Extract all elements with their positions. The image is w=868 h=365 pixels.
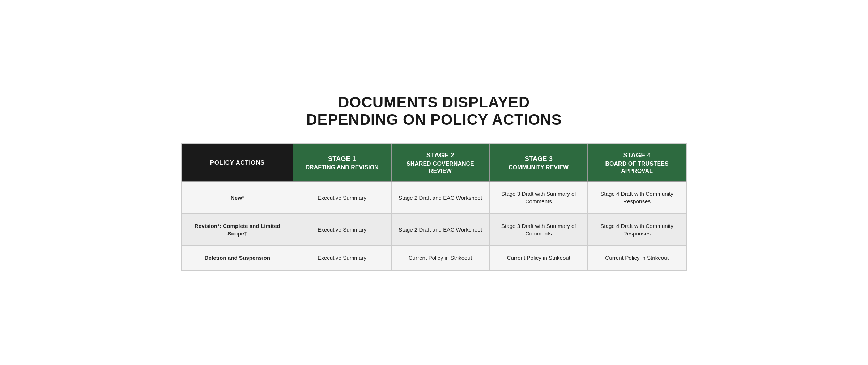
- row2-stage1-doc: Executive Summary: [293, 246, 391, 270]
- row0-stage4-doc: Stage 4 Draft with Community Responses: [588, 182, 686, 214]
- policy-action-new: New*: [182, 182, 293, 214]
- row1-stage3-doc: Stage 3 Draft with Summary of Comments: [489, 214, 588, 246]
- header-stage2: STAGE 2 SHARED GOVERNANCE REVIEW: [391, 144, 490, 182]
- row2-stage4-doc: Current Policy in Strikeout: [588, 246, 686, 270]
- header-stage1: STAGE 1 DRAFTING AND REVISION: [293, 144, 391, 182]
- row1-stage4-doc: Stage 4 Draft with Community Responses: [588, 214, 686, 246]
- header-stage4: STAGE 4 BOARD OF TRUSTEES APPROVAL: [588, 144, 686, 182]
- row2-stage3-doc: Current Policy in Strikeout: [489, 246, 588, 270]
- page-title: DOCUMENTS DISPLAYED DEPENDING ON POLICY …: [181, 94, 687, 128]
- row1-stage1-doc: Executive Summary: [293, 214, 391, 246]
- policy-action-deletion: Deletion and Suspension: [182, 246, 293, 270]
- row0-stage2-doc: Stage 2 Draft and EAC Worksheet: [391, 182, 490, 214]
- page-wrapper: DOCUMENTS DISPLAYED DEPENDING ON POLICY …: [181, 94, 687, 271]
- header-policy-actions: POLICY ACTIONS: [182, 144, 293, 182]
- row0-stage1-doc: Executive Summary: [293, 182, 391, 214]
- table-row: Revision*: Complete and Limited Scope† E…: [182, 214, 686, 246]
- row2-stage2-doc: Current Policy in Strikeout: [391, 246, 490, 270]
- documents-table: POLICY ACTIONS STAGE 1 DRAFTING AND REVI…: [182, 144, 686, 270]
- row1-stage2-doc: Stage 2 Draft and EAC Worksheet: [391, 214, 490, 246]
- table-header-row: POLICY ACTIONS STAGE 1 DRAFTING AND REVI…: [182, 144, 686, 182]
- table-row: Deletion and Suspension Executive Summar…: [182, 246, 686, 270]
- main-table-container: POLICY ACTIONS STAGE 1 DRAFTING AND REVI…: [181, 143, 687, 271]
- row0-stage3-doc: Stage 3 Draft with Summary of Comments: [489, 182, 588, 214]
- header-stage3: STAGE 3 COMMUNITY REVIEW: [489, 144, 588, 182]
- policy-action-revision: Revision*: Complete and Limited Scope†: [182, 214, 293, 246]
- table-row: New* Executive Summary Stage 2 Draft and…: [182, 182, 686, 214]
